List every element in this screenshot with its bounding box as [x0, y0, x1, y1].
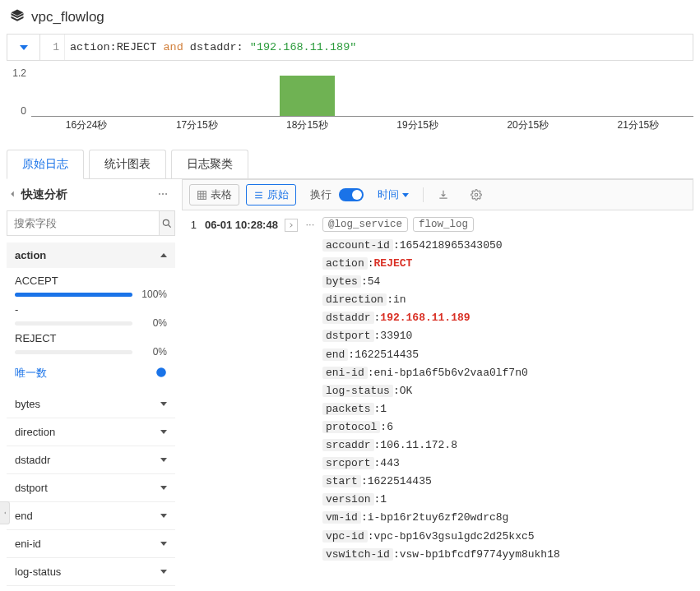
log-field-row[interactable]: dstaddr:192.168.11.189 [322, 309, 688, 327]
caret-down-icon [402, 193, 409, 197]
facet-value-row[interactable]: -0% [15, 303, 167, 329]
log-field-value: eni-bp1a6f5b6v2vaa0lf7n0 [374, 367, 528, 379]
pie-icon[interactable] [155, 367, 167, 381]
log-field-key: log-status [322, 385, 393, 397]
time-dropdown[interactable]: 时间 [370, 184, 416, 205]
caret-down-icon [160, 458, 167, 462]
facet-value-row[interactable]: REJECT0% [15, 332, 167, 358]
log-field-value: 192.168.11.189 [380, 312, 470, 324]
chart-x-tick: 18分15秒 [252, 118, 362, 133]
facet-dstaddr-header[interactable]: dstaddr [7, 446, 175, 474]
svg-point-3 [163, 219, 169, 225]
facet-direction-header[interactable]: direction [7, 418, 175, 446]
log-field-row[interactable]: vswitch-id:vsw-bp1bfcdf9774yym8ukh18 [322, 546, 688, 564]
log-field-value: REJECT [374, 257, 413, 270]
facet-packets-header[interactable]: packets [7, 586, 175, 591]
facet-value-row[interactable]: ACCEPT100% [15, 275, 167, 300]
log-field-row[interactable]: start:1622514435 [322, 473, 688, 491]
log-field-row[interactable]: account-id:1654218965343050 [322, 237, 688, 255]
svg-rect-5 [198, 191, 206, 199]
log-field-key: bytes [322, 275, 361, 288]
field-search-button[interactable] [159, 211, 174, 235]
log-field-row[interactable]: eni-id:eni-bp1a6f5b6v2vaa0lf7n0 [322, 364, 688, 382]
svg-point-0 [159, 192, 160, 194]
log-field-key: vswitch-id [322, 548, 393, 561]
log-field-key: srcport [322, 457, 374, 469]
log-source-tag[interactable]: flow_log [413, 217, 474, 232]
facet-eni-id-header[interactable]: eni-id [7, 530, 175, 558]
back-icon[interactable] [7, 188, 18, 202]
log-field-row[interactable]: action:REJECT [322, 255, 688, 273]
log-field-row[interactable]: srcport:443 [322, 455, 688, 473]
log-field-row[interactable]: dstport:33910 [322, 327, 688, 345]
facet-bytes-header[interactable]: bytes [7, 390, 175, 418]
log-timestamp: 06-01 10:28:48 [205, 217, 278, 231]
chart-x-tick: 16分24秒 [31, 118, 141, 133]
tab-raw-log[interactable]: 原始日志 [7, 150, 84, 179]
log-service-tag[interactable]: @log_service [322, 217, 408, 232]
query-line-number: 1 [40, 35, 65, 60]
svg-point-13 [475, 193, 478, 196]
log-field-value: vsw-bp1bfcdf9774yym8ukh18 [400, 548, 560, 561]
chart-x-tick: 19分15秒 [363, 118, 473, 133]
sidebar-collapse-handle[interactable] [0, 501, 10, 524]
log-field-value: OK [400, 385, 413, 397]
facet-action-header[interactable]: action [7, 242, 175, 268]
view-raw-button[interactable]: 原始 [246, 184, 296, 205]
log-field-key: direction [322, 293, 387, 306]
chart-x-tick: 17分15秒 [141, 118, 252, 133]
log-field-row[interactable]: bytes:54 [322, 273, 688, 291]
caret-down-icon [160, 514, 167, 518]
log-field-row[interactable]: protocol:6 [322, 418, 688, 436]
chart-x-axis: 16分24秒17分15秒18分15秒19分15秒20分15秒21分15秒 [31, 118, 693, 133]
tab-chart[interactable]: 统计图表 [89, 150, 166, 178]
facet-end-header[interactable]: end [7, 502, 175, 530]
caret-down-icon [160, 570, 167, 574]
facet-value-label: - [15, 303, 167, 316]
log-field-row[interactable]: vpc-id:vpc-bp16v3gsulgdc2d25kxc5 [322, 528, 688, 546]
quick-analysis-panel: 快速分析 action ACCEPT100%-0%REJECT0%唯一数 byt… [7, 179, 175, 591]
field-search-input[interactable] [7, 211, 159, 235]
facet-value-label: ACCEPT [15, 275, 167, 287]
log-expand-button[interactable] [285, 219, 298, 232]
facet-value-pct: 100% [132, 289, 167, 300]
log-field-value: i-bp16r2tuy6zf20wdrc8g [368, 511, 509, 524]
settings-button[interactable] [463, 186, 489, 204]
wrap-toggle-label: 换行 [303, 184, 332, 205]
log-more-button[interactable]: ··· [303, 217, 318, 230]
log-field-value: 33910 [380, 330, 412, 342]
log-field-row[interactable]: version:1 [322, 491, 688, 509]
log-field-value: 1622514435 [355, 349, 419, 361]
log-field-key: account-id [322, 239, 393, 252]
log-field-key: start [322, 475, 361, 487]
log-field-row[interactable]: vm-id:i-bp16r2tuy6zf20wdrc8g [322, 509, 688, 527]
query-editor[interactable]: 1 action:REJECT and dstaddr: "192.168.11… [7, 34, 693, 61]
tab-cluster[interactable]: 日志聚类 [171, 150, 248, 178]
result-toolbar: 表格 原始 换行 时间 [182, 179, 693, 210]
log-field-key: version [322, 493, 374, 506]
more-icon[interactable] [154, 188, 172, 202]
log-field-value: vpc-bp16v3gsulgdc2d25kxc5 [374, 530, 535, 543]
log-field-key: vpc-id [322, 530, 368, 543]
log-field-row[interactable]: direction:in [322, 291, 688, 309]
log-field-value: 106.11.172.8 [380, 439, 457, 451]
query-collapse-button[interactable] [7, 35, 40, 60]
chart-bar[interactable] [280, 76, 335, 116]
facet-unique-link[interactable]: 唯一数 [15, 366, 47, 381]
wrap-toggle[interactable] [339, 188, 364, 201]
log-field-key: packets [322, 403, 374, 415]
log-field-row[interactable]: end:1622514435 [322, 346, 688, 364]
log-field-row[interactable]: log-status:OK [322, 382, 688, 400]
facet-log-status-header[interactable]: log-status [7, 558, 175, 586]
view-table-button[interactable]: 表格 [189, 184, 239, 205]
log-field-row[interactable]: srcaddr:106.11.172.8 [322, 436, 688, 455]
facet-dstport-header[interactable]: dstport [7, 474, 175, 502]
log-field-value: in [393, 293, 406, 306]
log-field-key: eni-id [322, 367, 368, 379]
query-text[interactable]: action:REJECT and dstaddr: "192.168.11.1… [65, 35, 693, 60]
histogram-chart[interactable]: 1.2 0 16分24秒17分15秒18分15秒19分15秒20分15秒21分1… [7, 67, 693, 133]
log-field-row[interactable]: packets:1 [322, 400, 688, 418]
download-button[interactable] [430, 186, 457, 204]
facet-value-pct: 0% [132, 346, 167, 358]
caret-down-icon [160, 402, 167, 406]
